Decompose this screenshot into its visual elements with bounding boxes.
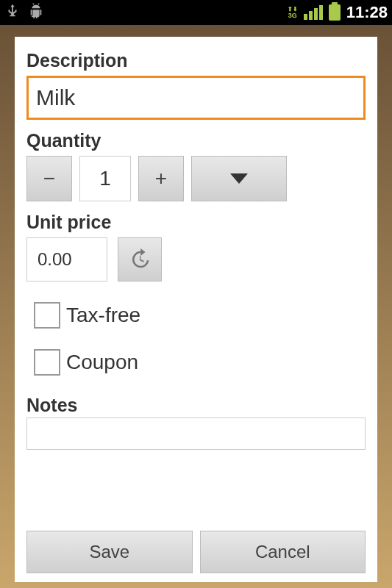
quantity-increment-button[interactable]: + (138, 156, 184, 201)
dialog-footer: Save Cancel (26, 522, 366, 573)
tax-free-row: Tax-free (34, 302, 366, 329)
android-debug-icon (28, 3, 44, 22)
clock: 11:28 (346, 3, 388, 22)
edit-item-dialog: Description Quantity − + Unit price Tax-… (15, 37, 377, 582)
save-button[interactable]: Save (26, 531, 193, 573)
tax-free-label: Tax-free (66, 304, 140, 327)
price-history-button[interactable] (118, 237, 162, 282)
quantity-input[interactable] (79, 156, 131, 201)
unit-dropdown[interactable] (191, 156, 287, 201)
history-icon (129, 248, 151, 270)
notes-label: Notes (26, 395, 366, 416)
usb-icon (4, 3, 21, 22)
network-3g-icon: ⬆⬇ 3G (288, 7, 298, 19)
unit-price-label: Unit price (26, 212, 366, 233)
coupon-label: Coupon (66, 351, 138, 374)
price-row (26, 237, 366, 282)
battery-icon (329, 4, 341, 21)
quantity-label: Quantity (26, 130, 366, 151)
status-right: ⬆⬇ 3G 11:28 (288, 3, 388, 22)
coupon-row: Coupon (34, 349, 366, 376)
description-input[interactable] (26, 76, 366, 120)
coupon-checkbox[interactable] (34, 349, 60, 376)
description-label: Description (26, 50, 366, 71)
tax-free-checkbox[interactable] (34, 302, 60, 329)
signal-strength-icon (304, 5, 323, 20)
cancel-button[interactable]: Cancel (200, 531, 366, 573)
quantity-row: − + (26, 156, 366, 201)
status-left (4, 3, 44, 22)
chevron-down-icon (230, 173, 248, 184)
status-bar: ⬆⬇ 3G 11:28 (0, 0, 392, 25)
notes-input[interactable] (26, 417, 366, 450)
unit-price-input[interactable] (26, 237, 107, 282)
quantity-decrement-button[interactable]: − (26, 156, 72, 201)
